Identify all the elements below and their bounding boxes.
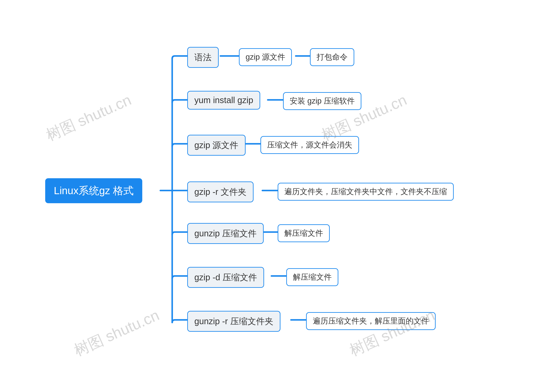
leaf-node-gzip-r-desc[interactable]: 遍历文件夹，压缩文件夹中文件，文件夹不压缩 [278,183,454,201]
watermark: 树图 shutu.cn [43,90,134,146]
branch-node-syntax[interactable]: 语法 [187,47,219,68]
leaf-node-gunzip-r-desc[interactable]: 遍历压缩文件夹，解压里面的文件 [306,312,436,330]
branch-label: gzip -r 文件夹 [194,186,246,198]
leaf-label: 解压缩文件 [284,228,323,238]
leaf-label: 遍历压缩文件夹，解压里面的文件 [313,316,429,326]
leaf-node-install-desc[interactable]: 安装 gzip 压缩软件 [283,92,361,110]
branch-node-gzip-r[interactable]: gzip -r 文件夹 [187,182,254,202]
branch-node-yum-install[interactable]: yum install gzip [187,91,260,110]
leaf-label: 压缩文件，源文件会消失 [267,140,352,150]
branch-node-gunzip[interactable]: gunzip 压缩文件 [187,223,264,244]
branch-node-gunzip-r[interactable]: gunzip -r 压缩文件夹 [187,311,280,332]
root-label: Linux系统gz 格式 [54,184,134,198]
branch-node-gzip-src[interactable]: gzip 源文件 [187,135,246,156]
leaf-label: 遍历文件夹，压缩文件夹中文件，文件夹不压缩 [284,186,447,197]
leaf-node-gzip-source[interactable]: gzip 源文件 [239,48,292,66]
leaf-label: 解压缩文件 [293,272,332,282]
leaf-node-compress-desc[interactable]: 压缩文件，源文件会消失 [260,136,359,154]
branch-label: gzip 源文件 [194,139,238,151]
branch-label: 语法 [194,51,212,63]
mindmap-canvas: Linux系统gz 格式 语法 gzip 源文件 打包命令 yum instal… [0,0,551,392]
root-node[interactable]: Linux系统gz 格式 [45,178,142,203]
branch-label: gunzip -r 压缩文件夹 [194,315,273,327]
branch-label: gunzip 压缩文件 [194,228,257,239]
leaf-label: 打包命令 [317,52,348,63]
branch-node-gzip-d[interactable]: gzip -d 压缩文件 [187,267,264,288]
leaf-node-gzip-d-desc[interactable]: 解压缩文件 [286,268,338,286]
branch-label: gzip -d 压缩文件 [194,272,257,283]
watermark: 树图 shutu.cn [71,305,162,361]
leaf-label: 安装 gzip 压缩软件 [290,96,355,106]
leaf-node-pack-cmd[interactable]: 打包命令 [310,48,354,66]
leaf-node-gunzip-desc[interactable]: 解压缩文件 [278,224,330,242]
branch-label: yum install gzip [194,95,253,105]
leaf-label: gzip 源文件 [246,52,285,63]
